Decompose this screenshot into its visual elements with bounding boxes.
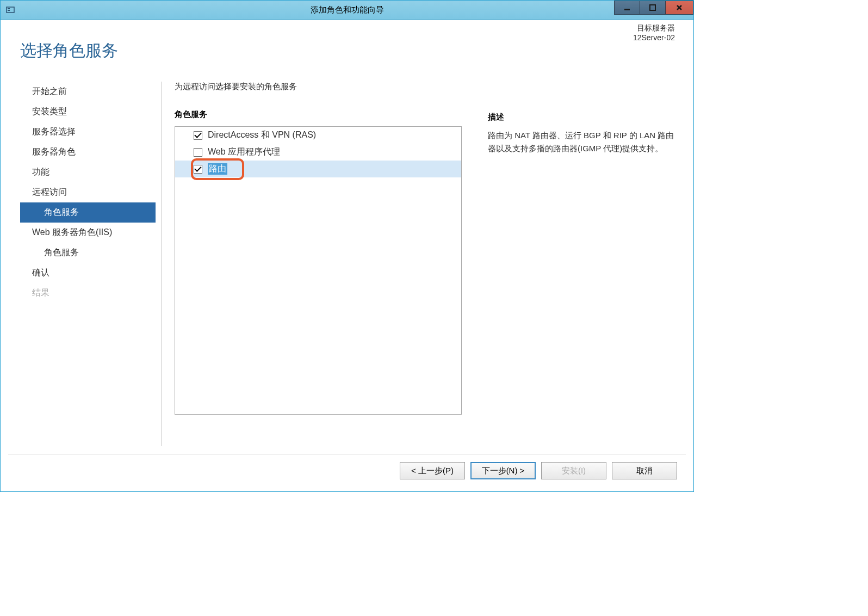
- svg-rect-1: [8, 8, 10, 9]
- role-services-section: 为远程访问选择要安装的角色服务 角色服务 DirectAccess 和 VPN …: [175, 82, 468, 446]
- description-section: 描述 路由为 NAT 路由器、运行 BGP 和 RIP 的 LAN 路由器以及支…: [468, 82, 676, 446]
- nav-item-1[interactable]: 安装类型: [20, 102, 156, 122]
- nav-item-8[interactable]: 角色服务: [20, 243, 156, 263]
- role-services-header: 角色服务: [175, 109, 468, 120]
- right-pane: 为远程访问选择要安装的角色服务 角色服务 DirectAccess 和 VPN …: [162, 82, 676, 446]
- cancel-button[interactable]: 取消: [612, 462, 677, 479]
- button-bar: < 上一步(P) 下一步(N) > 安装(I) 取消: [400, 462, 677, 479]
- description-header: 描述: [488, 112, 676, 122]
- role-service-label: Web 应用程序代理: [208, 146, 280, 158]
- description-text: 路由为 NAT 路由器、运行 BGP 和 RIP 的 LAN 路由器以及支持多播…: [488, 129, 676, 155]
- nav-item-9[interactable]: 确认: [20, 263, 156, 283]
- role-service-label: DirectAccess 和 VPN (RAS): [208, 130, 316, 141]
- role-service-item-0[interactable]: DirectAccess 和 VPN (RAS): [175, 127, 461, 144]
- nav-item-4[interactable]: 功能: [20, 162, 156, 182]
- checkbox-icon[interactable]: [194, 165, 202, 174]
- svg-rect-3: [624, 9, 630, 10]
- maximize-button[interactable]: [640, 1, 666, 15]
- install-button[interactable]: 安装(I): [541, 462, 606, 479]
- content-area: 目标服务器 12Server-02 选择角色服务 开始之前安装类型服务器选择服务…: [1, 20, 693, 453]
- svg-rect-2: [8, 10, 10, 11]
- target-server-name: 12Server-02: [633, 33, 675, 42]
- nav-item-2[interactable]: 服务器选择: [20, 122, 156, 142]
- server-manager-icon: [5, 5, 16, 16]
- checkbox-icon[interactable]: [194, 131, 202, 140]
- target-server-label: 目标服务器: [633, 23, 675, 33]
- titlebar: 添加角色和功能向导: [1, 1, 693, 20]
- window-controls: [615, 1, 693, 15]
- role-service-label: 路由: [208, 163, 227, 175]
- previous-button[interactable]: < 上一步(P): [400, 462, 465, 479]
- nav-item-5[interactable]: 远程访问: [20, 182, 156, 202]
- nav-item-3[interactable]: 服务器角色: [20, 142, 156, 162]
- wizard-window: 添加角色和功能向导 目标服务器 12Server-02 选择角色服务 开始之前安…: [0, 0, 694, 492]
- instruction-text: 为远程访问选择要安装的角色服务: [175, 82, 468, 92]
- role-service-item-1[interactable]: Web 应用程序代理: [175, 144, 461, 161]
- checkbox-icon[interactable]: [194, 148, 202, 157]
- divider: [8, 454, 686, 454]
- close-button[interactable]: [665, 1, 693, 15]
- next-button[interactable]: 下一步(N) >: [470, 462, 536, 479]
- role-services-listbox[interactable]: DirectAccess 和 VPN (RAS)Web 应用程序代理路由: [175, 126, 462, 415]
- svg-rect-4: [650, 5, 655, 10]
- minimize-button[interactable]: [614, 1, 640, 15]
- nav-item-10: 结果: [20, 283, 156, 303]
- main-layout: 开始之前安装类型服务器选择服务器角色功能远程访问角色服务Web 服务器角色(II…: [20, 82, 676, 446]
- wizard-nav: 开始之前安装类型服务器选择服务器角色功能远程访问角色服务Web 服务器角色(II…: [20, 82, 162, 446]
- target-server-info: 目标服务器 12Server-02: [633, 23, 675, 42]
- role-service-item-2[interactable]: 路由: [175, 161, 461, 177]
- nav-item-6[interactable]: 角色服务: [20, 202, 156, 223]
- nav-item-0[interactable]: 开始之前: [20, 82, 156, 102]
- page-title: 选择角色服务: [20, 40, 676, 62]
- nav-item-7[interactable]: Web 服务器角色(IIS): [20, 223, 156, 243]
- window-title: 添加角色和功能向导: [311, 5, 384, 15]
